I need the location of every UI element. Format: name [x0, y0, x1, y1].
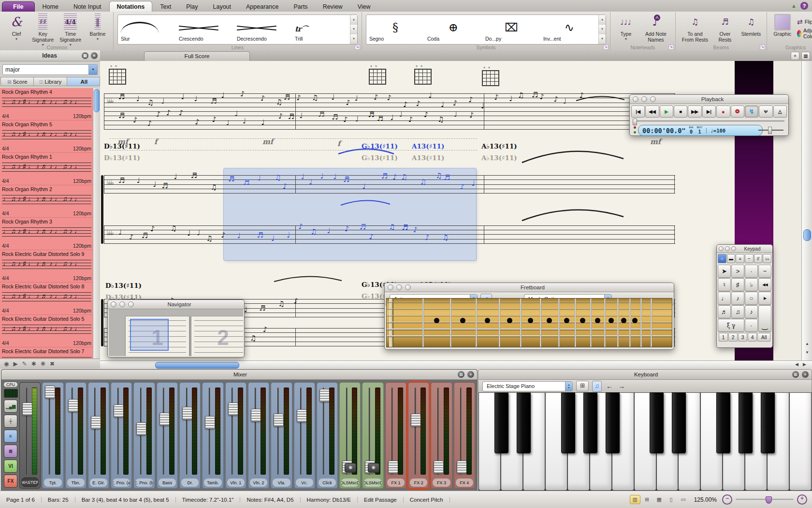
idea-action-icon[interactable]: ◉ — [4, 360, 9, 367]
voice-button[interactable]: All — [757, 333, 770, 342]
keypad-key[interactable]: ◀◀ — [758, 278, 771, 291]
idea-item[interactable]: Rock Organ Rhythm 5 ♩♫♪♯♩♪♬♪♩♫♪♩ 4/4 120… — [0, 120, 93, 153]
window-minimize-icon[interactable] — [641, 96, 647, 102]
fader-knob[interactable] — [297, 409, 307, 422]
window-close-icon[interactable] — [633, 96, 638, 102]
graphic-button[interactable]: Graphic — [771, 13, 794, 37]
black-key[interactable] — [561, 392, 575, 453]
keypad-key[interactable]: ♪ — [731, 292, 744, 305]
keypad-key[interactable]: ▶ — [758, 292, 771, 305]
keypad-key[interactable]: − — [758, 265, 771, 278]
piano-keyboard[interactable] — [478, 392, 812, 491]
symbols-dialog-launcher-icon[interactable]: ↘ — [603, 45, 609, 50]
keypad-key[interactable]: ξ γ — [718, 319, 744, 332]
playback-titlebar[interactable]: Playback — [630, 95, 788, 104]
staff[interactable]: ♬♪♪♪♪♪♪♪♩♩♩♩♪♬♩♬♬♪♩♬♬♩♩♪♪♫♩♪ — [104, 111, 675, 130]
lines-dialog-launcher-icon[interactable]: ↘ — [355, 45, 360, 50]
transport-button[interactable]: ▶| — [702, 105, 716, 118]
ribbon-tab[interactable]: Notations — [109, 1, 153, 12]
view-mode-icon[interactable]: ⊞ — [642, 495, 652, 504]
dock-icon[interactable]: ⊞ — [458, 371, 464, 378]
black-key[interactable] — [606, 392, 620, 453]
view-mode-icon[interactable]: ▥ — [630, 495, 640, 504]
lines-gallery-scroll[interactable]: ▲▼▼ — [350, 15, 357, 44]
keypad-layout-tab[interactable]: ⌢ — [745, 254, 754, 263]
mixer-channel-strip[interactable]: ❋ FX 1 — [385, 382, 406, 489]
horizontal-scroll-thumb[interactable] — [155, 362, 239, 369]
status-segment[interactable]: Notes: F#4, A4, D5 — [240, 497, 300, 503]
transport-button[interactable]: △ — [773, 105, 787, 118]
voice-button[interactable]: 4 — [748, 333, 757, 342]
status-segment[interactable]: Concert Pitch — [404, 497, 450, 503]
ribbon-tab[interactable]: Play — [179, 1, 205, 12]
chord-symbol[interactable]: D♭13(♯11) — [105, 282, 142, 289]
vertical-scrollbar[interactable]: ▲ ▼ — [801, 61, 812, 360]
ribbon-tab[interactable]: Review — [316, 1, 350, 12]
idea-item[interactable]: Rock Electric Guitar Distorted Solo 5 ♩♫… — [0, 315, 93, 347]
mixer-view-button[interactable]: VI — [4, 460, 17, 473]
keypad-key[interactable]: ♩ — [718, 292, 731, 305]
mixer-channel-strip[interactable]: ❋ Vln. 2 — [248, 382, 269, 489]
mixer-channel-strip[interactable]: ❋ Dr. — [179, 382, 201, 489]
keypad-key[interactable]: ♫ — [731, 305, 744, 318]
chord-diagram[interactable] — [482, 70, 499, 86]
ribbon-tab[interactable]: View — [350, 1, 378, 12]
ribbon-tab[interactable]: Parts — [286, 1, 315, 12]
idea-item[interactable]: Rock Organ Rhythm 3 ♩♫♪♯♩♪♬♪♩♫♪♩ 4/4 120… — [0, 218, 93, 250]
mixer-channel-strip[interactable]: ❋ FX 2 — [408, 382, 429, 489]
keypad-key[interactable]: ♭ — [745, 278, 758, 291]
black-key[interactable] — [517, 392, 531, 453]
mixer-channel-strip[interactable]: ❋ Bass — [157, 382, 178, 489]
black-key[interactable] — [583, 392, 597, 453]
fader-knob[interactable] — [434, 461, 444, 474]
octave-up-icon[interactable]: → — [617, 382, 626, 390]
gear-icon[interactable]: ❋ — [368, 463, 379, 473]
fader-knob[interactable] — [274, 414, 284, 427]
noteheads-dialog-launcher-icon[interactable]: ↘ — [668, 45, 674, 50]
dynamic-marking[interactable]: mf — [117, 137, 128, 146]
idea-item[interactable]: Rock Electric Guitar Distorted Solo 7 ♩♫… — [0, 347, 93, 359]
fader-knob[interactable] — [457, 461, 467, 474]
transport-button[interactable]: ● — [716, 105, 730, 118]
segno-item[interactable]: § Segno — [366, 15, 424, 44]
status-segment[interactable]: Edit Passage — [358, 497, 404, 503]
idea-item[interactable]: Rock Electric Guitar Distorted Solo 8 ♩♫… — [0, 283, 93, 315]
stemlets-button[interactable]: ♫ Stemlets — [740, 13, 763, 37]
mixer-channel-strip[interactable]: ❋ DLSMscD — [362, 382, 383, 489]
window-zoom-icon[interactable] — [731, 246, 736, 251]
black-key[interactable] — [761, 392, 775, 453]
close-icon[interactable]: × — [467, 371, 474, 378]
navigator-window[interactable]: Navigator 1 2 — [107, 299, 245, 358]
zoom-slider[interactable] — [736, 499, 794, 500]
navigator-canvas[interactable]: 1 2 — [109, 309, 243, 356]
keypad-layout-tab[interactable]: ≡ — [736, 254, 744, 263]
keypad-key[interactable]: > — [731, 265, 744, 278]
mixer-channel-strip[interactable]: ❋ MASTER — [19, 382, 41, 489]
window-minimize-icon[interactable] — [725, 246, 730, 251]
adjust-color-button[interactable]: Adjust Color — [797, 28, 812, 39]
mixer-channel-strip[interactable]: ❋ Vla. — [271, 382, 292, 489]
horizontal-scrollbar[interactable]: ◀ ▶ — [100, 360, 812, 369]
staff[interactable]: ♩♪♬♪♫♩♩♫♪♩♬♩♩♪♫♩♪♬♪♫♬♪♪♫ — [104, 225, 675, 244]
clef-button[interactable]: & Clef▼ — [5, 13, 28, 42]
flip-button[interactable]: ⇄ Flip▼ — [797, 18, 812, 26]
staff[interactable]: ♬♩♩♬♩♬♫♬♬♩♫♪♩♩♩♩♬♩♬♪♫♫♫♬♪♩ — [104, 175, 675, 194]
fader-knob[interactable] — [228, 403, 238, 416]
mixer-view-button[interactable]: ≣ — [4, 445, 17, 458]
mixer-view-button[interactable]: ≡ — [4, 430, 17, 443]
keypad-key[interactable]: ➤ — [718, 265, 731, 278]
keypad-layout-tab[interactable]: ▬ — [727, 254, 736, 263]
chord-symbol[interactable]: A♭13(♯11) — [481, 154, 517, 162]
fader-knob[interactable] — [45, 386, 55, 399]
fader-knob[interactable] — [411, 414, 421, 427]
playback-position-thumb[interactable] — [633, 119, 637, 125]
search-dropdown-icon[interactable]: ▼ — [88, 65, 97, 75]
black-key[interactable] — [716, 392, 730, 453]
gear-icon[interactable]: ❋ — [345, 463, 356, 473]
chord-symbol[interactable]: G♭13(♯11) — [362, 142, 398, 150]
close-icon[interactable]: × — [91, 52, 98, 59]
mixer-view-button[interactable]: ▁▄▆ — [4, 400, 17, 413]
mixer-channel-strip[interactable]: ❋ Tamb. — [202, 382, 223, 489]
window-close-icon[interactable] — [388, 284, 393, 290]
idea-item[interactable]: Rock Organ Rhythm 1 ♩♫♪♯♩♪♬♪♩♫♪♩ 4/4 120… — [0, 153, 93, 185]
